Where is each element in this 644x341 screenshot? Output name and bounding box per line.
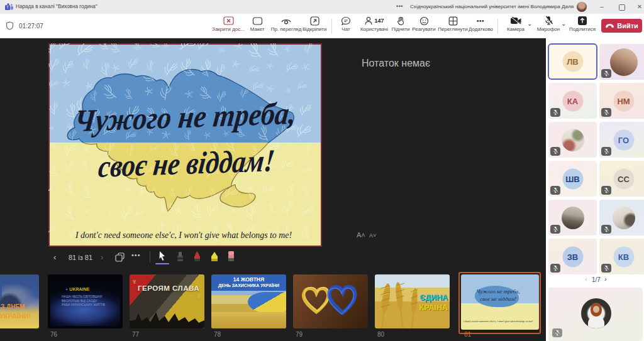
svg-text:своє не віддам!: своє не віддам!	[97, 143, 277, 184]
svg-text:T: T	[6, 5, 9, 9]
svg-text:I dont'c need someone else'c,: I dont'c need someone else'c, I won't gi…	[75, 230, 292, 240]
